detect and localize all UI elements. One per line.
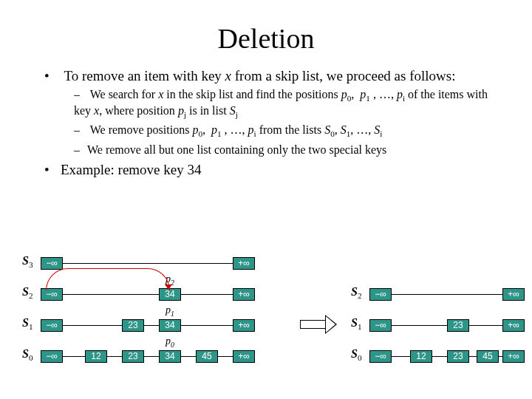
label-S3: S3 [22,254,33,269]
label-p0: p0 [166,335,174,349]
label-S2-r: S2 [351,285,362,300]
link [63,325,122,326]
bullet-1: To remove an item with key x from a skip… [44,68,502,157]
slide: Deletion To remove an item with key x fr… [0,0,532,399]
node-pinf: +∞ [233,288,255,301]
slide-title: Deletion [30,22,502,55]
sublist-1: We search for x in the skip list and fin… [74,87,502,157]
link [392,356,410,357]
var-p: p [178,104,184,117]
node-pinf: +∞ [233,319,255,332]
link [63,263,233,264]
link [63,294,159,295]
var-p: p [248,123,254,136]
link [392,325,447,326]
text: , [335,123,341,136]
sub: 1 [366,94,370,103]
node-pinf: +∞ [502,288,525,301]
text: To remove an item with key [64,68,225,83]
text: , …, [225,123,248,136]
node-23: 23 [122,350,144,363]
sub: j [236,110,238,119]
text: is in list [186,104,230,117]
label-S2: S2 [22,285,33,300]
link [181,325,233,326]
link [144,356,159,357]
link [144,325,159,326]
node-pinf: +∞ [502,350,525,363]
link [469,325,502,326]
node-23: 23 [447,350,469,363]
search-arc [46,268,170,290]
bullet-list: To remove an item with key x from a skip… [44,68,502,178]
transform-arrow-icon [300,315,338,334]
label-S0-r: S0 [351,347,362,362]
node-minf: −∞ [369,319,392,332]
var-S: S [324,123,330,136]
text: , …, [350,123,374,136]
label-S0: S0 [22,347,33,362]
node-minf: −∞ [369,350,392,363]
label-p1: p1 [166,304,174,318]
node-23: 23 [447,319,469,332]
sub-2: We remove positions p0, p1 , …, pi from … [74,123,502,139]
node-minf: −∞ [41,350,63,363]
arrowhead-icon [165,284,172,290]
sub: 1 [217,130,222,139]
sub: i [380,130,382,139]
var-x: x [225,68,231,83]
link [181,294,233,295]
sub-3: We remove all but one list containing on… [74,143,502,157]
var-S: S [230,104,236,117]
node-minf: −∞ [369,288,392,301]
var-S: S [341,123,347,136]
node-pinf: +∞ [233,257,255,270]
text: , [351,88,357,100]
var-p: p [397,88,403,100]
text: We search for [90,88,158,100]
var-p: p [211,123,217,136]
text: in the skip list and find the positions [163,88,341,100]
link [181,356,196,357]
node-12: 12 [85,350,107,363]
node-34: 34 [159,319,181,332]
label-S1: S1 [22,316,33,331]
var-p: p [341,88,347,100]
node-45: 45 [477,350,499,363]
node-minf: −∞ [41,319,63,332]
text: , [202,123,208,136]
node-12: 12 [410,350,432,363]
node-34: 34 [159,350,181,363]
node-45: 45 [196,350,218,363]
link [392,294,502,295]
link [107,356,122,357]
text: , where position [99,104,178,117]
text: , …, [373,88,397,100]
bullet-2: Example: remove key 34 [44,162,502,178]
text: from a skip list, we proceed as follows: [231,68,455,83]
link [432,356,447,357]
sub-1: We search for x in the skip list and fin… [74,87,502,120]
link [218,356,233,357]
node-23: 23 [122,319,144,332]
link [469,356,477,357]
label-S1-r: S1 [351,316,362,331]
link [63,356,85,357]
text: We remove positions [90,123,193,136]
node-pinf: +∞ [502,319,525,332]
skip-list-diagram: S3 −∞ +∞ S2 −∞ 34 +∞ p2 S1 −∞ 23 34 +∞ p… [0,251,532,384]
node-minf: −∞ [41,257,63,270]
text: from the lists [256,123,324,136]
node-pinf: +∞ [233,350,255,363]
